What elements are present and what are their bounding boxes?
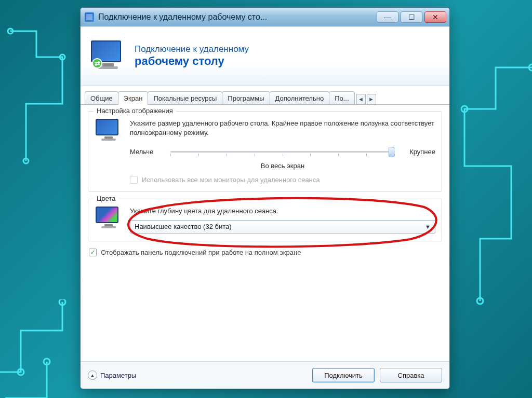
svg-point-6 bbox=[529, 64, 532, 71]
svg-point-3 bbox=[59, 299, 65, 305]
close-button[interactable]: ✕ bbox=[424, 11, 446, 23]
connection-bar-label: Отображать панель подключений при работе… bbox=[101, 249, 301, 256]
minimize-button[interactable]: — bbox=[377, 11, 398, 23]
colors-group-legend: Цвета bbox=[94, 195, 118, 202]
color-monitor-icon bbox=[96, 207, 122, 234]
all-monitors-row: Использовать все мои мониторы для удален… bbox=[130, 176, 435, 184]
display-group-legend: Настройка отображения bbox=[94, 107, 176, 115]
header-line1: Подключение к удаленному bbox=[135, 44, 249, 54]
svg-point-2 bbox=[23, 158, 29, 163]
header-line2: рабочему столу bbox=[135, 54, 249, 68]
all-monitors-label: Использовать все мои мониторы для удален… bbox=[142, 176, 320, 184]
tab-bar: Общие Экран Покальные ресурсы Программы … bbox=[81, 89, 449, 105]
rdp-window: Подключение к удаленному рабочему сто...… bbox=[80, 7, 450, 389]
resolution-slider[interactable] bbox=[170, 144, 395, 159]
bg-decor bbox=[449, 62, 532, 311]
titlebar[interactable]: Подключение к удаленному рабочему сто...… bbox=[81, 8, 449, 26]
help-button[interactable]: Справка bbox=[380, 368, 442, 382]
slider-value-text: Во весь экран bbox=[130, 162, 435, 170]
tab-local-resources[interactable]: Покальные ресурсы bbox=[148, 91, 222, 104]
all-monitors-checkbox[interactable] bbox=[130, 176, 138, 184]
chevron-down-icon: ▼ bbox=[425, 224, 431, 230]
svg-point-1 bbox=[60, 54, 65, 60]
rdp-logo-icon: ⇄ bbox=[91, 40, 125, 72]
maximize-button[interactable]: ☐ bbox=[401, 11, 422, 23]
tab-scroll-right[interactable]: ► bbox=[367, 94, 376, 104]
monitor-icon bbox=[96, 119, 122, 184]
display-settings-group: Настройка отображения Укажите размер уда… bbox=[88, 111, 442, 191]
chevron-up-icon: ▲ bbox=[88, 370, 97, 380]
tab-overflow[interactable]: По... bbox=[329, 91, 354, 104]
svg-point-8 bbox=[477, 298, 483, 304]
tab-advanced[interactable]: Дополнительно bbox=[270, 91, 330, 104]
options-label: Параметры bbox=[100, 372, 136, 379]
options-toggle[interactable]: ▲ Параметры bbox=[88, 370, 136, 380]
connect-button[interactable]: Подключить bbox=[312, 368, 375, 382]
connection-bar-checkbox[interactable]: ✓ bbox=[89, 249, 97, 256]
app-icon bbox=[85, 12, 94, 22]
tab-page-display: Настройка отображения Укажите размер уда… bbox=[81, 105, 449, 361]
svg-point-0 bbox=[8, 29, 13, 34]
connection-bar-row: ✓ Отображать панель подключений при рабо… bbox=[89, 249, 441, 256]
display-description: Укажите размер удаленного рабочего стола… bbox=[130, 119, 435, 137]
tab-display[interactable]: Экран bbox=[118, 91, 149, 105]
window-title: Подключение к удаленному рабочему сто... bbox=[98, 12, 377, 22]
tab-general[interactable]: Общие bbox=[85, 91, 118, 104]
bg-decor bbox=[5, 26, 78, 182]
svg-point-7 bbox=[461, 106, 468, 112]
colors-description: Укажите глубину цвета для удаленного сеа… bbox=[130, 207, 435, 216]
tab-scroll-left[interactable]: ◄ bbox=[356, 94, 366, 104]
colors-group: Цвета Укажите глубину цвета для удаленно… bbox=[88, 199, 442, 241]
svg-point-5 bbox=[44, 359, 50, 365]
color-depth-combobox[interactable]: Наивысшее качество (32 бита) ▼ bbox=[130, 220, 435, 234]
svg-point-4 bbox=[18, 369, 24, 375]
dialog-header: ⇄ Подключение к удаленному рабочему стол… bbox=[81, 26, 449, 86]
slider-max-label: Крупнее bbox=[404, 148, 435, 156]
slider-thumb[interactable] bbox=[389, 147, 394, 157]
color-depth-value: Наивысшее качество (32 бита) bbox=[135, 223, 232, 230]
dialog-footer: ▲ Параметры Подключить Справка bbox=[81, 361, 449, 389]
tab-programs[interactable]: Программы bbox=[222, 91, 270, 104]
slider-min-label: Мельче bbox=[130, 148, 161, 156]
